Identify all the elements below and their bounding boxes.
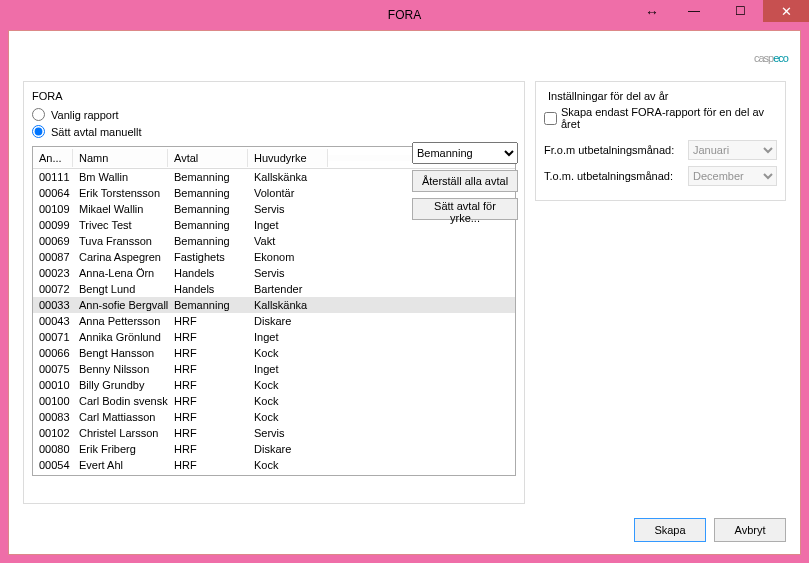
table-row[interactable]: 00089Fredrik BergHRFKock [33, 473, 515, 475]
th-huvudyrke[interactable]: Huvudyrke [248, 149, 328, 167]
table-row[interactable]: 00087Carina AspegrenFastighetsEkonom [33, 249, 515, 265]
maximize-button[interactable]: ☐ [717, 0, 763, 22]
th-an[interactable]: An... [33, 149, 73, 167]
from-month-select[interactable]: Januari [688, 140, 777, 160]
set-avtal-yrke-button[interactable]: Sätt avtal för yrke... [412, 198, 518, 220]
logo: caspeco [754, 37, 788, 69]
window-title: FORA [388, 8, 421, 22]
skapa-button[interactable]: Skapa [634, 518, 706, 542]
table-row[interactable]: 00075Benny NilssonHRFInget [33, 361, 515, 377]
avtal-dropdown[interactable]: Bemanning [412, 142, 518, 164]
partial-year-checkbox-row[interactable]: Skapa endast FORA-rapport för en del av … [544, 106, 777, 130]
cell-id: 00111 [33, 171, 73, 183]
cell-yrke: Bartender [248, 283, 328, 295]
cell-avtal: Bemanning [168, 219, 248, 231]
left-panel: FORA Vanlig rapport Sätt avtal manuellt … [23, 81, 525, 504]
cell-namn: Trivec Test [73, 219, 168, 231]
avbryt-button[interactable]: Avbryt [714, 518, 786, 542]
reset-all-button[interactable]: Återställ alla avtal [412, 170, 518, 192]
cell-id: 00109 [33, 203, 73, 215]
table-row[interactable]: 00069Tuva FranssonBemanningVakt [33, 233, 515, 249]
table-row[interactable]: 00033Ann-sofie BergvallBemanningKallskän… [33, 297, 515, 313]
close-button[interactable]: ✕ [763, 0, 809, 22]
cell-yrke: Volontär [248, 187, 328, 199]
cell-avtal: HRF [168, 379, 248, 391]
cell-yrke: Kock [248, 459, 328, 471]
cell-id: 00102 [33, 427, 73, 439]
cell-namn: Ann-sofie Bergvall [73, 299, 168, 311]
to-month-label: T.o.m. utbetalningsmånad: [544, 170, 682, 182]
radio-satt-avtal[interactable]: Sätt avtal manuellt [32, 125, 516, 138]
client-area: caspeco FORA Vanlig rapport Sätt avtal m… [8, 30, 801, 555]
cell-namn: Evert Ahl [73, 459, 168, 471]
from-month-label: Fr.o.m utbetalningsmånad: [544, 144, 682, 156]
cell-id: 00100 [33, 395, 73, 407]
cell-yrke: Servis [248, 427, 328, 439]
cell-namn: Mikael Wallin [73, 203, 168, 215]
cell-id: 00043 [33, 315, 73, 327]
cell-avtal: Bemanning [168, 187, 248, 199]
cell-avtal: HRF [168, 427, 248, 439]
table-row[interactable]: 00054Evert AhlHRFKock [33, 457, 515, 473]
titlebar: FORA ↔ — ☐ ✕ [0, 0, 809, 30]
main-area: FORA Vanlig rapport Sätt avtal manuellt … [23, 81, 786, 504]
cell-avtal: Fastighets [168, 251, 248, 263]
cell-id: 00083 [33, 411, 73, 423]
cell-avtal: HRF [168, 443, 248, 455]
cell-avtal: HRF [168, 315, 248, 327]
cell-avtal: HRF [168, 347, 248, 359]
cell-namn: Erik Friberg [73, 443, 168, 455]
to-month-row: T.o.m. utbetalningsmånad: December [544, 166, 777, 186]
th-avtal[interactable]: Avtal [168, 149, 248, 167]
cell-id: 00064 [33, 187, 73, 199]
cell-avtal: Bemanning [168, 171, 248, 183]
cell-yrke: Kallskänka [248, 171, 328, 183]
table-row[interactable]: 00102Christel LarssonHRFServis [33, 425, 515, 441]
radio-vanlig-label: Vanlig rapport [51, 109, 119, 121]
table-row[interactable]: 00023Anna-Lena ÖrnHandelsServis [33, 265, 515, 281]
cell-yrke: Ekonom [248, 251, 328, 263]
partial-year-label: Skapa endast FORA-rapport för en del av … [561, 106, 777, 130]
cell-avtal: Handels [168, 283, 248, 295]
cell-id: 00099 [33, 219, 73, 231]
table-row[interactable]: 00071Annika GrönlundHRFInget [33, 329, 515, 345]
radio-vanlig-input[interactable] [32, 108, 45, 121]
radio-satt-input[interactable] [32, 125, 45, 138]
table-row[interactable]: 00072Bengt LundHandelsBartender [33, 281, 515, 297]
cell-yrke: Diskare [248, 315, 328, 327]
cell-avtal: Handels [168, 267, 248, 279]
table-row[interactable]: 00083Carl MattiassonHRFKock [33, 409, 515, 425]
cell-id: 00023 [33, 267, 73, 279]
cell-yrke: Diskare [248, 443, 328, 455]
to-month-select[interactable]: December [688, 166, 777, 186]
cell-namn: Tuva Fransson [73, 235, 168, 247]
cell-id: 00066 [33, 347, 73, 359]
cell-avtal: HRF [168, 331, 248, 343]
cell-id: 00069 [33, 235, 73, 247]
cell-id: 00033 [33, 299, 73, 311]
cell-yrke: Inget [248, 363, 328, 375]
cell-id: 00075 [33, 363, 73, 375]
cell-yrke: Kock [248, 379, 328, 391]
settings-title: Inställningar för del av år [544, 90, 672, 102]
radio-satt-label: Sätt avtal manuellt [51, 126, 142, 138]
cell-avtal: HRF [168, 363, 248, 375]
partial-year-checkbox[interactable] [544, 112, 557, 125]
cell-yrke: Inget [248, 219, 328, 231]
settings-panel: Inställningar för del av år Skapa endast… [535, 81, 786, 201]
minimize-button[interactable]: — [671, 0, 717, 22]
table-row[interactable]: 00010Billy GrundbyHRFKock [33, 377, 515, 393]
cell-yrke: Kock [248, 347, 328, 359]
cell-namn: Erik Torstensson [73, 187, 168, 199]
from-month-row: Fr.o.m utbetalningsmånad: Januari [544, 140, 777, 160]
table-row[interactable]: 00100Carl Bodin svenskHRFKock [33, 393, 515, 409]
th-namn[interactable]: Namn [73, 149, 168, 167]
table-row[interactable]: 00066Bengt HanssonHRFKock [33, 345, 515, 361]
table-row[interactable]: 00043Anna PetterssonHRFDiskare [33, 313, 515, 329]
table-row[interactable]: 00080Erik FribergHRFDiskare [33, 441, 515, 457]
cell-yrke: Servis [248, 203, 328, 215]
cell-id: 00054 [33, 459, 73, 471]
cell-yrke: Servis [248, 267, 328, 279]
cell-namn: Billy Grundby [73, 379, 168, 391]
radio-vanlig-rapport[interactable]: Vanlig rapport [32, 108, 516, 121]
